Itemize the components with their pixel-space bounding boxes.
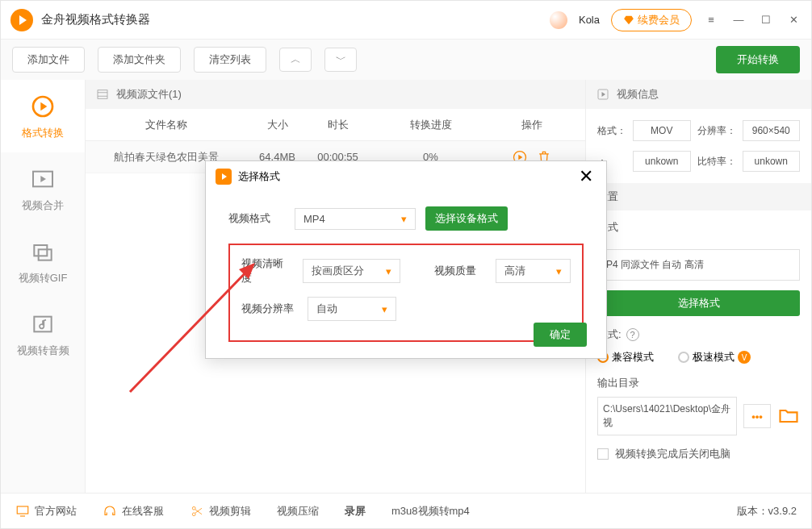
format-value: MOV	[633, 120, 691, 141]
caret-down-icon: ▾	[401, 213, 407, 225]
sidebar-item-format-convert[interactable]: 格式转换	[1, 80, 85, 152]
statusbar: 官方网站 在线客服 视频剪辑 视频压缩 录屏 m3u8视频转mp4 版本：v3.…	[1, 493, 811, 528]
support-link[interactable]: 在线客服	[103, 504, 164, 519]
sidebar-item-gif[interactable]: 视频转GIF	[1, 225, 85, 298]
app-logo-icon	[10, 9, 33, 31]
th-operation: 操作	[493, 118, 570, 132]
sidebar: 格式转换 视频合并 视频转GIF 视频转音频	[1, 80, 86, 494]
caret-down-icon: ▾	[386, 265, 391, 277]
menu-icon[interactable]: ≡	[703, 12, 719, 28]
compress-link[interactable]: 视频压缩	[277, 504, 319, 519]
chevron-up-icon[interactable]: ︿	[279, 48, 312, 72]
clarity-select[interactable]: 按画质区分▾	[303, 259, 400, 283]
convert-icon	[28, 92, 57, 121]
choose-format-button[interactable]: 选择格式	[597, 290, 800, 316]
official-site-link[interactable]: 官方网站	[15, 504, 77, 519]
merge-icon	[28, 165, 57, 194]
maximize-icon[interactable]: ☐	[758, 12, 774, 28]
radio-dot	[678, 352, 689, 363]
video-format-select[interactable]: MP4▾	[295, 208, 416, 230]
format-modal: 选择格式 ✕ 视频格式 MP4▾ 选择设备格式 视频清晰度 按画质区分▾ 视频质…	[205, 160, 607, 359]
th-size: 大小	[247, 118, 308, 132]
video-format-label: 视频格式	[228, 211, 285, 226]
caret-down-icon: ▾	[556, 265, 562, 277]
help-icon[interactable]: ?	[626, 328, 639, 341]
sidebar-item-merge[interactable]: 视频合并	[1, 152, 85, 225]
modal-res-label: 视频分辨率	[241, 302, 298, 316]
folder-icon[interactable]	[777, 405, 800, 427]
chevron-down-icon[interactable]: ﹀	[324, 48, 357, 72]
modal-title: 选择格式	[238, 169, 280, 184]
shutdown-checkbox[interactable]	[597, 448, 609, 460]
svg-rect-3	[39, 249, 52, 260]
start-convert-button[interactable]: 开始转换	[716, 46, 800, 73]
svg-rect-5	[98, 90, 107, 99]
toolbar: 添加文件 添加文件夹 清空列表 ︿ ﹀ 开始转换	[1, 40, 811, 80]
quality-select[interactable]: 高清▾	[496, 259, 571, 283]
info-panel: 视频信息 格式： MOV 分辨率： 960×540 ： unkown 比特率： …	[585, 80, 811, 494]
play-square-icon	[596, 87, 610, 102]
film-icon	[95, 87, 110, 102]
titlebar: 金舟视频格式转换器 Kola 续费会员 ≡ — ☐ ✕	[1, 1, 811, 40]
m3u8-link[interactable]: m3u8视频转mp4	[391, 504, 470, 519]
dur-value: unkown	[633, 151, 691, 172]
browse-button[interactable]: •••	[743, 404, 771, 428]
minimize-icon[interactable]: —	[730, 12, 747, 28]
video-cut-link[interactable]: 视频剪辑	[190, 504, 251, 519]
monitor-icon	[15, 504, 30, 519]
svg-rect-10	[17, 506, 28, 514]
source-files-header: 视频源文件(1)	[86, 80, 585, 109]
version-label: 版本：v3.9.2	[737, 504, 797, 519]
modal-close-icon[interactable]: ✕	[576, 168, 596, 185]
clarity-label: 视频清晰度	[241, 256, 293, 285]
device-format-button[interactable]: 选择设备格式	[425, 206, 508, 231]
scissors-icon	[190, 504, 204, 519]
info-header: 视频信息	[586, 80, 811, 109]
output-label: 输出目录	[586, 376, 811, 397]
radio-fast[interactable]: 极速模式 V	[678, 350, 751, 364]
th-filename: 文件名称	[86, 118, 247, 132]
resolution-label: 分辨率：	[697, 124, 736, 138]
svg-point-13	[192, 512, 195, 515]
shutdown-label: 视频转换完成后关闭电脑	[615, 447, 730, 461]
format-section-label: 格式	[597, 220, 800, 235]
modal-logo-icon	[216, 169, 232, 185]
user-name: Kola	[579, 14, 600, 26]
bitrate-label: 比特率：	[697, 155, 736, 169]
format-summary: P4 同源文件 自动 高清	[597, 249, 800, 281]
svg-rect-2	[34, 245, 47, 256]
audio-icon	[28, 310, 57, 339]
resolution-value: 960×540	[743, 120, 801, 141]
quality-label: 视频质量	[434, 264, 486, 278]
app-title: 金舟视频格式转换器	[41, 12, 150, 27]
vip-badge-icon: V	[738, 351, 751, 364]
sidebar-item-audio[interactable]: 视频转音频	[1, 298, 85, 370]
output-path: C:\Users\14021\Desktop\金舟视	[597, 397, 737, 435]
th-progress: 转换进度	[368, 118, 493, 132]
bitrate-value: unkown	[743, 151, 801, 172]
gif-icon	[28, 237, 57, 266]
record-link[interactable]: 录屏	[345, 504, 366, 519]
diamond-icon	[623, 15, 634, 26]
table-header: 文件名称 大小 时长 转换进度 操作	[86, 109, 585, 141]
headset-icon	[103, 504, 117, 519]
format-label: 格式：	[597, 124, 626, 138]
caret-down-icon: ▾	[382, 303, 387, 315]
close-icon[interactable]: ✕	[785, 12, 802, 28]
modal-res-select[interactable]: 自动▾	[308, 297, 396, 321]
settings-header: 设置	[586, 183, 811, 210]
add-folder-button[interactable]: 添加文件夹	[98, 47, 181, 73]
confirm-button[interactable]: 确定	[534, 323, 587, 347]
renew-button[interactable]: 续费会员	[611, 9, 692, 31]
highlighted-settings: 视频清晰度 按画质区分▾ 视频质量 高清▾ 视频分辨率 自动▾	[228, 244, 584, 342]
add-file-button[interactable]: 添加文件	[12, 47, 85, 73]
clear-list-button[interactable]: 清空列表	[194, 47, 266, 73]
th-duration: 时长	[308, 118, 368, 132]
avatar-icon[interactable]	[550, 11, 567, 29]
svg-point-12	[192, 506, 195, 510]
